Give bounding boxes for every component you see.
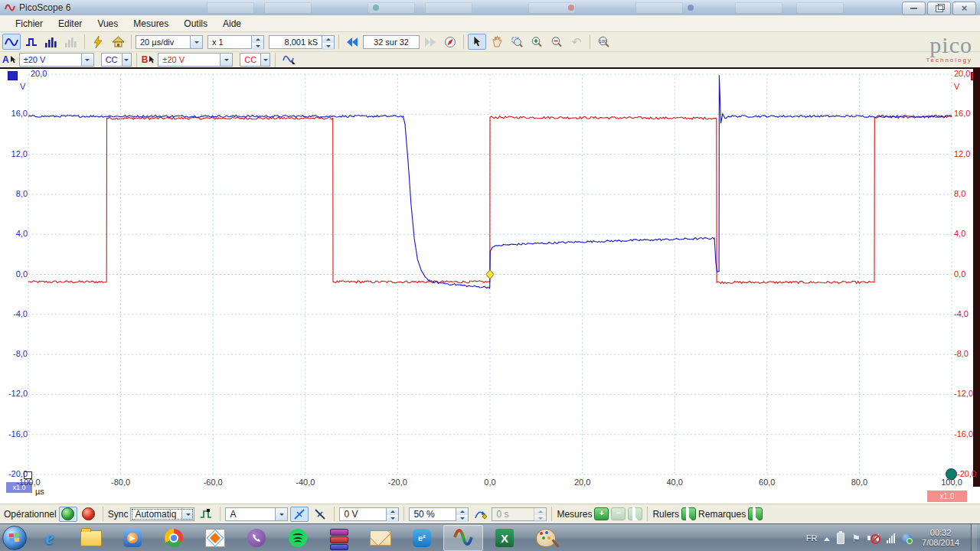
action-center-flag-icon[interactable]: ⚑ bbox=[851, 533, 861, 544]
channel-a-coupling-value: CC bbox=[102, 55, 122, 64]
show-desktop-button[interactable] bbox=[971, 524, 977, 551]
menu-item-aide[interactable]: Aide bbox=[215, 16, 249, 31]
trigger-mode-select[interactable]: Automatiq bbox=[130, 507, 194, 521]
hand-tool-button[interactable] bbox=[488, 34, 506, 50]
pico-logo-text: pico bbox=[926, 34, 972, 57]
chevron-down-icon[interactable] bbox=[81, 54, 93, 66]
scope-view-button[interactable] bbox=[2, 34, 21, 50]
measures-label: Mesures bbox=[557, 509, 592, 520]
rulers-button[interactable] bbox=[681, 507, 696, 520]
minimize-button[interactable] bbox=[902, 2, 926, 15]
cursor-mini-icon bbox=[10, 56, 17, 64]
channel-a-range-select[interactable]: ±20 V bbox=[19, 53, 94, 67]
y-axis-tick-right: 16,0 bbox=[954, 109, 970, 118]
taskbar-app-excel[interactable]: X bbox=[485, 525, 524, 551]
rising-edge-button[interactable] bbox=[290, 507, 309, 522]
bluetooth-icon[interactable] bbox=[902, 533, 912, 543]
edit-measure-button[interactable] bbox=[628, 507, 642, 520]
restore-button[interactable] bbox=[927, 2, 951, 15]
taskbar-app-windows-explorer[interactable] bbox=[71, 525, 111, 551]
zoom-full-button[interactable]: 100 bbox=[594, 34, 612, 50]
remove-measure-button[interactable]: − bbox=[611, 507, 626, 520]
add-measure-button[interactable]: + bbox=[594, 507, 609, 520]
stop-button[interactable] bbox=[80, 507, 98, 522]
prev-buffer-button[interactable] bbox=[343, 34, 361, 50]
sync-label: Sync bbox=[108, 509, 129, 520]
chevron-down-icon[interactable] bbox=[122, 54, 131, 66]
y-axis-unit-left: V bbox=[20, 82, 25, 91]
post-trigger-time-spinner[interactable]: 0 s bbox=[492, 507, 547, 521]
zoom-in-button[interactable] bbox=[528, 34, 546, 50]
channel-a-axis-marker[interactable] bbox=[8, 71, 18, 80]
zoom-multiplier-spinner[interactable]: x 1 bbox=[207, 35, 264, 49]
channel-a-coupling-select[interactable]: CC bbox=[101, 53, 132, 67]
taskbar-clock[interactable]: 00:32 7/08/2014 bbox=[922, 528, 959, 548]
taskbar-app-picoscope[interactable] bbox=[443, 525, 483, 551]
taskbar-app-winrar[interactable] bbox=[319, 525, 359, 551]
square-wave-icon bbox=[25, 37, 38, 47]
trigger-view-button[interactable] bbox=[22, 34, 41, 50]
channel-b-coupling-select[interactable]: CC bbox=[240, 53, 270, 67]
buffer-navigator-button[interactable] bbox=[441, 34, 459, 50]
rewind-icon bbox=[346, 37, 358, 47]
trigger-source-select[interactable]: A bbox=[225, 507, 288, 521]
volume-muted-icon[interactable] bbox=[867, 533, 880, 543]
pointer-tool-button[interactable] bbox=[468, 34, 486, 50]
chevron-down-icon[interactable] bbox=[275, 508, 287, 520]
timebase-select[interactable]: 20 µs/div bbox=[136, 35, 203, 49]
menu-item-vues[interactable]: Vues bbox=[90, 16, 126, 31]
channel-b-range-select[interactable]: ±20 V bbox=[158, 53, 233, 67]
zoom-out-button[interactable] bbox=[547, 34, 566, 50]
taskbar-app-viber[interactable] bbox=[237, 525, 276, 551]
taskbar-app-photo-viewer[interactable] bbox=[195, 525, 235, 551]
spectrum-view-button[interactable] bbox=[42, 34, 60, 50]
scope-plot-area[interactable] bbox=[0, 67, 980, 504]
awg-button[interactable] bbox=[280, 53, 299, 67]
x-axis-tick: 0,0 bbox=[471, 478, 509, 487]
menu-item-mesures[interactable]: Mesures bbox=[126, 16, 176, 31]
battery-icon[interactable] bbox=[837, 533, 844, 544]
buffer-position-value: 32 sur 32 bbox=[374, 37, 409, 47]
taskbar-app-mail[interactable] bbox=[361, 525, 400, 551]
post-trigger-arrow-button[interactable] bbox=[471, 507, 489, 522]
taskbar-app-ezcast[interactable]: e² bbox=[402, 525, 442, 551]
samples-spinner[interactable]: 8,001 kS bbox=[269, 35, 335, 49]
taskbar-app-paint[interactable] bbox=[526, 525, 566, 551]
paint-icon bbox=[536, 529, 556, 547]
falling-edge-button[interactable] bbox=[311, 507, 329, 522]
y-axis-tick-left: 4,0 bbox=[0, 229, 28, 238]
hidden-icons-button[interactable] bbox=[824, 534, 830, 541]
start-button[interactable] bbox=[0, 525, 29, 551]
trigger-level-spinner[interactable]: 0 V bbox=[339, 507, 399, 521]
chevron-down-icon[interactable] bbox=[190, 36, 202, 48]
run-button[interactable] bbox=[59, 507, 77, 522]
menu-item-fichier[interactable]: Fichier bbox=[8, 16, 51, 31]
menu-item-outils[interactable]: Outils bbox=[176, 16, 215, 31]
network-signal-icon[interactable] bbox=[887, 533, 895, 543]
spin-up-icon bbox=[322, 36, 334, 43]
chevron-down-icon[interactable] bbox=[181, 508, 194, 520]
chevron-down-icon[interactable] bbox=[220, 54, 232, 66]
persistence-view-button[interactable] bbox=[62, 34, 80, 50]
taskbar-app-media-player[interactable]: ▶ bbox=[113, 525, 152, 551]
next-buffer-button[interactable] bbox=[421, 34, 439, 50]
taskbar-app-internet-explorer[interactable]: e bbox=[30, 525, 70, 551]
chevron-down-icon[interactable] bbox=[260, 54, 270, 66]
taskbar-app-chrome[interactable] bbox=[154, 525, 194, 551]
undo-zoom-button[interactable]: ↶ bbox=[567, 34, 586, 50]
buffer-position-input[interactable]: 32 sur 32 bbox=[363, 35, 420, 49]
language-indicator[interactable]: FR bbox=[806, 533, 818, 543]
auto-setup-button[interactable] bbox=[89, 34, 107, 50]
y-axis-tick-right: 0,0 bbox=[954, 269, 965, 279]
taskbar-app-spotify[interactable] bbox=[278, 525, 318, 551]
app-icon bbox=[5, 3, 15, 12]
y-axis-tick-left: -4,0 bbox=[0, 309, 28, 318]
notes-button[interactable] bbox=[748, 507, 763, 520]
notes-label: Remarques bbox=[698, 509, 746, 520]
close-button[interactable]: × bbox=[952, 2, 976, 15]
marquee-zoom-button[interactable] bbox=[508, 34, 526, 50]
pre-trigger-spinner[interactable]: 50 % bbox=[409, 507, 469, 521]
trigger-marker-button[interactable] bbox=[197, 507, 215, 522]
home-view-button[interactable] bbox=[109, 34, 127, 50]
menu-item-editer[interactable]: Editer bbox=[51, 16, 90, 31]
